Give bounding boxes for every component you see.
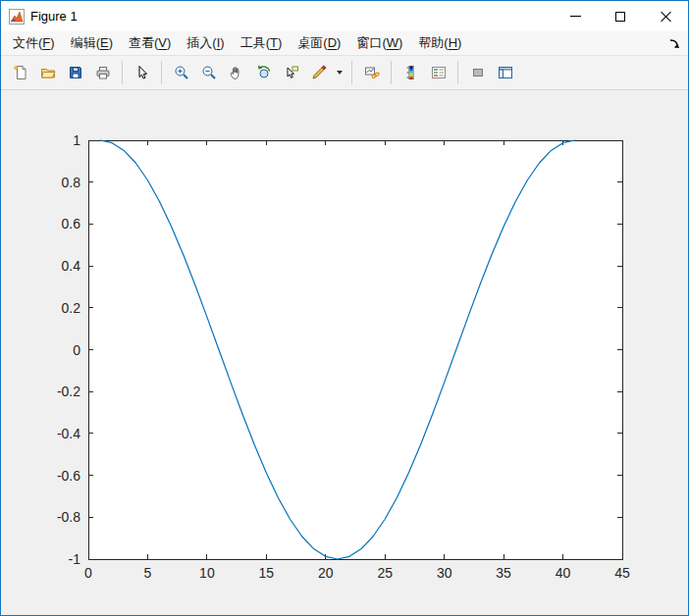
window-title: Figure 1 [30,9,78,24]
x-tick-label: 20 [318,565,334,581]
minimize-icon [570,16,581,17]
rotate-3d-button[interactable] [250,60,277,86]
toolbar [1,56,688,90]
y-tick-label: -1 [69,551,81,567]
show-plot-tools-button[interactable] [492,60,518,86]
brush-button[interactable] [305,60,332,86]
x-tick-label: 5 [144,565,152,581]
save-floppy-icon [68,65,83,80]
menu-desktop[interactable]: 桌面(D) [290,31,348,55]
save-figure-button[interactable] [62,60,88,86]
y-tick-label: 0.4 [62,258,81,274]
zoom-in-button[interactable] [168,60,194,86]
pan-hand-icon [229,65,244,80]
menu-file[interactable]: 文件(F) [5,31,63,55]
y-tick-label: 0.6 [62,216,81,231]
open-file-button[interactable] [34,60,61,86]
window-controls [553,1,688,31]
x-tick-label: 45 [614,565,630,581]
menubar: 文件(F)编辑(E)查看(V)插入(I)工具(T)桌面(D)窗口(W)帮助(H) [1,31,688,56]
brush-icon [311,65,327,80]
print-figure-button[interactable] [89,60,116,86]
toolbar-separator [391,61,392,84]
open-folder-icon [40,65,56,80]
dock-figure-button[interactable] [665,35,683,53]
x-tick-label: 0 [84,565,92,581]
y-tick-label: -0.4 [57,426,80,441]
hide-plot-tools-icon [470,65,486,80]
minimize-button[interactable] [553,1,598,31]
edit-plot-button[interactable] [129,60,155,86]
toolbar-separator [351,61,352,84]
new-figure-button[interactable] [7,60,33,86]
y-tick-label: 0 [73,342,80,358]
matlab-figure-icon [9,9,25,25]
menu-help[interactable]: 帮助(H) [410,31,469,55]
menu-items: 文件(F)编辑(E)查看(V)插入(I)工具(T)桌面(D)窗口(W)帮助(H) [5,31,469,55]
data-cursor-icon [284,65,299,80]
y-tick-label: 0.8 [62,175,81,190]
close-button[interactable] [643,1,688,31]
maximize-button[interactable] [598,1,643,31]
y-tick-label: 0.2 [62,300,81,316]
brush-dropdown-button[interactable] [333,60,345,86]
show-plot-tools-icon [498,65,513,80]
colorbar-icon [403,65,419,80]
titlebar[interactable]: Figure 1 [1,1,688,31]
printer-icon [95,65,111,80]
figure-canvas: 051015202530354045-1-0.8-0.6-0.4-0.200.2… [1,90,688,615]
toolbar-separator [122,61,123,84]
pan-button[interactable] [223,60,249,86]
legend-icon [431,65,447,80]
zoom-out-button[interactable] [195,60,222,86]
chevron-down-icon [337,71,343,75]
toolbar-separator [161,61,162,84]
x-tick-label: 30 [437,565,452,581]
x-tick-label: 40 [556,565,571,581]
hide-plot-tools-button[interactable] [464,60,491,86]
y-tick-label: -0.8 [57,509,80,525]
y-tick-label: 1 [73,132,80,148]
insert-colorbar-button[interactable] [398,60,424,86]
menu-view[interactable]: 查看(V) [121,31,179,55]
figure-window: Figure 1 文件(F)编辑(E)查看(V)插入(I)工具(T)桌面(D)窗… [0,0,689,616]
data-cursor-button[interactable] [278,60,304,86]
link-plot-button[interactable] [358,60,385,86]
dock-figure-icon [667,37,681,51]
insert-legend-button[interactable] [425,60,451,86]
menu-window[interactable]: 窗口(W) [348,31,410,55]
plot-axes: 051015202530354045-1-0.8-0.6-0.4-0.200.2… [1,90,688,615]
close-icon [660,11,671,23]
menu-edit[interactable]: 编辑(E) [63,31,121,55]
menu-insert[interactable]: 插入(I) [179,31,232,55]
zoom-in-icon [174,65,189,80]
x-tick-label: 10 [199,565,215,581]
maximize-icon [615,12,625,22]
plot-background [88,140,622,559]
rotate-3d-icon [256,65,272,80]
link-plot-icon [364,65,380,80]
x-tick-label: 15 [259,565,275,581]
pointer-arrow-icon [134,65,150,80]
x-tick-label: 35 [496,565,511,581]
y-tick-label: -0.2 [57,384,80,399]
zoom-out-icon [201,65,217,80]
new-figure-icon [13,65,28,80]
menu-tools[interactable]: 工具(T) [233,31,291,55]
x-tick-label: 25 [377,565,393,581]
toolbar-separator [457,61,458,84]
y-tick-label: -0.6 [57,468,80,484]
